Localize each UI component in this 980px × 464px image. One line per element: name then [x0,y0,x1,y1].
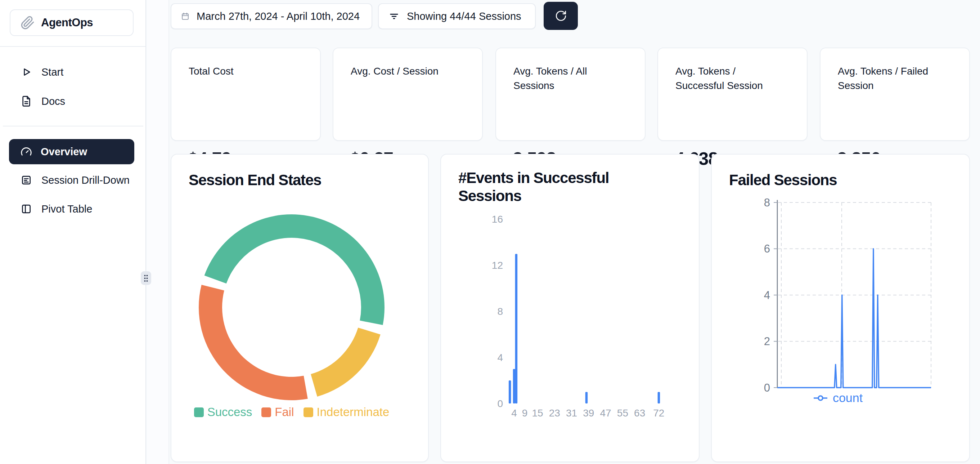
svg-text:39: 39 [583,407,594,419]
count-line [777,249,931,388]
paperclip-icon [21,16,35,30]
sidebar-item-label: Overview [41,146,87,158]
svg-text:8: 8 [764,196,770,209]
legend-label: count [833,391,862,405]
refresh-button[interactable] [544,2,578,30]
bar-chart-svg: 0481216491523313947556372 [441,155,700,462]
svg-text:16: 16 [492,214,503,225]
legend-item-fail[interactable]: Fail [261,405,294,419]
svg-text:31: 31 [566,407,577,419]
legend-swatch [261,407,271,417]
stat-card-avg-tokens-all: Avg. Tokens / All Sessions 3,598 [495,48,646,141]
sidebar-divider [3,126,143,126]
legend-label: Fail [275,405,294,419]
document-icon [21,96,32,107]
bar [513,369,515,403]
sidebar: AgentOps Start Docs Overview [0,0,146,464]
svg-text:4: 4 [511,407,517,419]
svg-text:4: 4 [764,289,770,301]
svg-text:9: 9 [522,407,528,419]
session-end-states-card: Session End States Success Fail Indeterm… [171,154,429,462]
bar [658,392,660,403]
legend-label: Indeterminate [317,405,390,419]
donut-legend: Success Fail Indeterminate [173,405,410,419]
sidebar-item-docs[interactable]: Docs [0,90,145,113]
svg-text:23: 23 [549,407,560,419]
logo[interactable]: AgentOps [10,10,134,36]
svg-text:12: 12 [492,260,503,271]
sidebar-item-session-drill-down[interactable]: Session Drill-Down [0,169,145,192]
donut-slice-success [205,214,385,325]
sidebar-item-label: Start [41,66,64,78]
donut-slice-fail [199,285,308,400]
stat-card-total-cost: Total Cost $4.79 [171,48,321,141]
panel-left-icon [21,203,32,215]
filter-label: Showing 44/44 Sessions [407,10,521,22]
svg-text:6: 6 [764,242,770,255]
filter-button[interactable]: Showing 44/44 Sessions [378,3,536,29]
legend-item-indeterminate[interactable]: Indeterminate [304,405,390,419]
drag-handle-dots-icon [143,274,149,282]
svg-text:0: 0 [497,398,503,409]
svg-text:2: 2 [764,335,770,348]
sidebar-item-label: Session Drill-Down [41,174,130,186]
gauge-icon [21,146,32,158]
svg-text:63: 63 [634,407,645,419]
stat-label: Avg. Cost / Session [351,64,460,78]
svg-text:72: 72 [653,407,664,419]
calendar-icon [181,12,190,21]
legend-item-success[interactable]: Success [194,405,252,419]
stat-label: Total Cost [189,64,299,78]
bar [509,380,511,403]
sidebar-divider [0,46,145,47]
stat-card-avg-cost: Avg. Cost / Session $0.27 [332,48,483,141]
agentops-dashboard: { "app": { "name": "AgentOps" }, "colors… [0,0,980,464]
refresh-icon [555,10,567,22]
stat-card-avg-tokens-failed: Avg. Tokens / Failed Session 3,856 [820,48,970,141]
sidebar-item-label: Docs [41,96,65,107]
svg-text:55: 55 [617,407,628,419]
stat-label: Avg. Tokens / All Sessions [514,64,623,93]
line-chart-svg: 02468 [712,155,970,462]
date-range-label: March 27th, 2024 - April 10th, 2024 [197,10,360,22]
drag-handle[interactable] [141,271,151,285]
legend-label: Success [207,405,252,419]
donut-slice-indeterminate [311,327,380,397]
sidebar-item-label: Pivot Table [41,203,92,215]
svg-text:8: 8 [497,306,503,317]
svg-text:47: 47 [600,407,611,419]
legend-swatch [194,407,204,417]
svg-text:4: 4 [497,352,503,363]
legend-swatch [304,407,313,417]
filter-lines-icon [389,11,399,22]
stat-card-avg-tokens-successful: Avg. Tokens / Successful Session 4,638 [657,48,808,141]
play-icon [21,66,32,78]
bar [515,254,518,403]
failed-sessions-card: Failed Sessions 02468 count [711,154,970,462]
list-icon [21,174,32,186]
sidebar-item-start[interactable]: Start [0,61,145,84]
line-chart-legend[interactable]: count [759,391,917,405]
events-histogram-card: #Events in Successful Sessions 048121649… [440,154,700,462]
sidebar-resize-gutter [147,0,169,464]
sidebar-item-pivot-table[interactable]: Pivot Table [0,198,145,220]
date-range-button[interactable]: March 27th, 2024 - April 10th, 2024 [171,3,372,29]
sidebar-item-overview[interactable]: Overview [9,139,134,164]
svg-text:15: 15 [532,407,543,419]
app-title: AgentOps [41,16,93,29]
line-marker-icon [813,394,828,402]
bar [585,392,588,403]
stat-label: Avg. Tokens / Failed Session [838,64,948,93]
stat-label: Avg. Tokens / Successful Session [675,64,785,93]
